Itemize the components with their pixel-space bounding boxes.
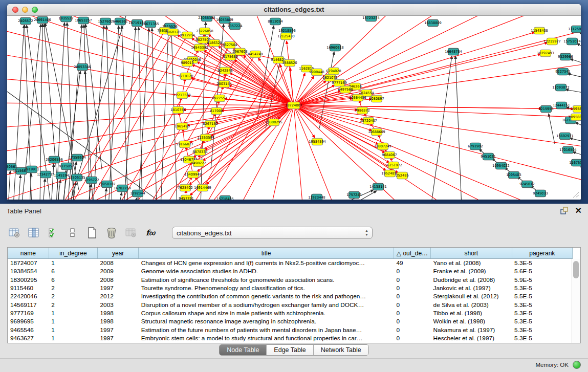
network-window[interactable]: citations_edges.txt 24055722069140619355…: [7, 4, 581, 200]
graph-node-label: 10653257: [75, 18, 92, 23]
graph-node-label: 8186328: [207, 41, 222, 45]
graph-node-label: 3919911: [24, 167, 39, 171]
graph-node-label: 2803144: [216, 82, 231, 86]
graph-node-label: 8878334: [192, 150, 207, 154]
function-builder-icon[interactable]: f(x): [143, 226, 158, 240]
graph-node-label: 12125430: [277, 34, 295, 38]
float-window-icon[interactable]: [560, 206, 569, 215]
table-selector-value: citations_edges.txt: [177, 229, 232, 237]
graph-node-label: 7357224: [227, 24, 242, 28]
tab-network-table[interactable]: Network Table: [314, 345, 368, 355]
graph-node-label: 9451021: [481, 155, 495, 159]
graph-node-label: 15692971: [556, 134, 574, 138]
graph-node-label: 16543382: [191, 46, 208, 50]
table-row[interactable]: 1456911722003Disruption of a novel membe…: [8, 300, 573, 309]
graph-node-label: 9245033: [533, 191, 548, 195]
graph-node-label: 2405572: [18, 19, 33, 23]
graph-node-label: 9990448: [309, 70, 324, 74]
graph-node-label: 9498222: [191, 161, 206, 165]
graph-node-label: 6791902: [468, 144, 483, 148]
graph-node-label: 15751074: [563, 39, 581, 43]
network-view-background: citations_edges.txt 24055722069140619355…: [0, 0, 588, 204]
graph-node-label: 9329966: [558, 55, 573, 59]
column-header-short[interactable]: short: [431, 248, 512, 259]
table-row[interactable]: 911546021997Tourette syndrome. Phenomeno…: [8, 284, 573, 292]
graph-node-label: 19166827: [176, 142, 193, 146]
table-settings-icon[interactable]: [7, 226, 21, 240]
graph-node-label: 16914469: [194, 186, 211, 190]
graph-node-label: 10797493: [537, 51, 554, 55]
close-panel-icon[interactable]: ✕: [575, 206, 582, 216]
graph-node-label: 9375857: [59, 164, 74, 168]
graph-node-label: 20053346: [74, 65, 91, 69]
resize-grip-icon[interactable]: [572, 192, 579, 198]
table-row[interactable]: 1830029562008Estimation of significance …: [8, 276, 573, 284]
graph-node-label: 9242848: [217, 69, 232, 73]
network-canvas[interactable]: 2405572206914061935527106532571527602646…: [7, 16, 581, 200]
graph-node-label: 15723274: [362, 16, 380, 20]
graph-node-label: 11548408: [531, 29, 548, 33]
graph-node-label: 8912954: [180, 33, 194, 37]
graph-node-label: 10688609: [368, 130, 385, 134]
node-table[interactable]: namein_degreeyeartitle△ out_de…shortpage…: [7, 247, 581, 343]
table-selector-dropdown[interactable]: citations_edges.txt ▲▼: [172, 227, 373, 239]
table-row[interactable]: 1872400712008Changes of HCN gene express…: [8, 259, 573, 268]
graph-node-label: 16671355: [142, 22, 159, 26]
column-header-title[interactable]: title: [139, 248, 394, 259]
column-visibility-icon[interactable]: [27, 226, 41, 240]
graph-node-label: 18300295: [265, 120, 282, 124]
table-row[interactable]: 946554611997Estimation of the future num…: [8, 325, 573, 334]
graph-node-label: 2718120: [178, 74, 193, 78]
table-row[interactable]: 946362711997Embryonic stem cells: a mode…: [8, 334, 573, 342]
graph-node-label: 12505135: [68, 176, 85, 180]
delete-table-disabled-icon: [124, 226, 138, 240]
row-height-icon[interactable]: [66, 226, 80, 240]
tab-edge-table[interactable]: Edge Table: [267, 345, 313, 355]
table-panel: Table Panel ✕ f(x): [0, 204, 588, 359]
graph-node-label: 1167533: [569, 161, 581, 165]
graph-node-label: 16782759: [114, 186, 131, 190]
column-header-name[interactable]: name: [8, 248, 49, 259]
graph-node-label: 1095403: [506, 173, 521, 177]
graph-node-label: 8267150: [203, 122, 217, 126]
table-scrollbar-thumb[interactable]: [573, 261, 579, 278]
graph-node-label: 1795722: [84, 178, 99, 182]
graph-node-label: 6466161: [113, 19, 127, 24]
column-header-pagerank[interactable]: pagerank: [512, 248, 572, 259]
tab-node-table[interactable]: Node Table: [220, 345, 267, 355]
graph-node-label: 9457791: [179, 196, 193, 200]
graph-node-label: 8454749: [248, 52, 263, 56]
table-row[interactable]: 977716911998Corpus callosum shape and si…: [8, 309, 573, 317]
table-row[interactable]: 1938455462009Genome-wide association stu…: [8, 267, 573, 275]
graph-node-label: 22068388: [198, 16, 215, 20]
graph-node-label: 18807249: [374, 144, 391, 148]
network-window-titlebar[interactable]: citations_edges.txt: [7, 4, 581, 16]
memory-ok-icon[interactable]: [573, 361, 581, 369]
graph-node-label: 1292344: [130, 191, 145, 195]
graph-node-label: 16053809: [216, 18, 233, 22]
graph-node-label: 5175685: [223, 55, 237, 59]
graph-node-label: 989013: [181, 61, 193, 65]
table-row[interactable]: 2242004622012Investigating the contribut…: [8, 292, 573, 300]
table-row[interactable]: 969969511998Structural magnetic resonanc…: [8, 317, 573, 325]
table-scrollbar[interactable]: [572, 259, 580, 343]
new-table-icon[interactable]: [85, 226, 99, 240]
network-canvas-wrap[interactable]: 2405572206914061935527106532571527602646…: [7, 16, 581, 200]
delete-rows-icon[interactable]: [104, 226, 119, 240]
graph-node-label: 23226058: [196, 29, 213, 33]
column-header-in_degree[interactable]: in_degree: [49, 248, 97, 259]
graph-node-label: 19958107: [98, 182, 116, 186]
graph-node-label: 11353594: [197, 136, 214, 140]
table-panel-title: Table Panel: [7, 207, 41, 215]
column-header-year[interactable]: year: [98, 248, 139, 259]
status-bar: Memory: OK: [0, 358, 588, 372]
graph-node-label: 18724007: [285, 103, 302, 107]
graph-node-label: 8960128: [165, 30, 180, 34]
graph-node-label: 6794028: [326, 69, 341, 73]
graph-node-label: 19584594: [309, 140, 326, 144]
select-columns-icon[interactable]: [46, 226, 60, 240]
graph-node-label: 11125978: [568, 27, 581, 31]
graph-node-label: 6497568: [338, 87, 353, 92]
column-header-out_de[interactable]: △ out_de…: [394, 248, 430, 259]
graph-node-label: 7625402: [178, 186, 192, 190]
